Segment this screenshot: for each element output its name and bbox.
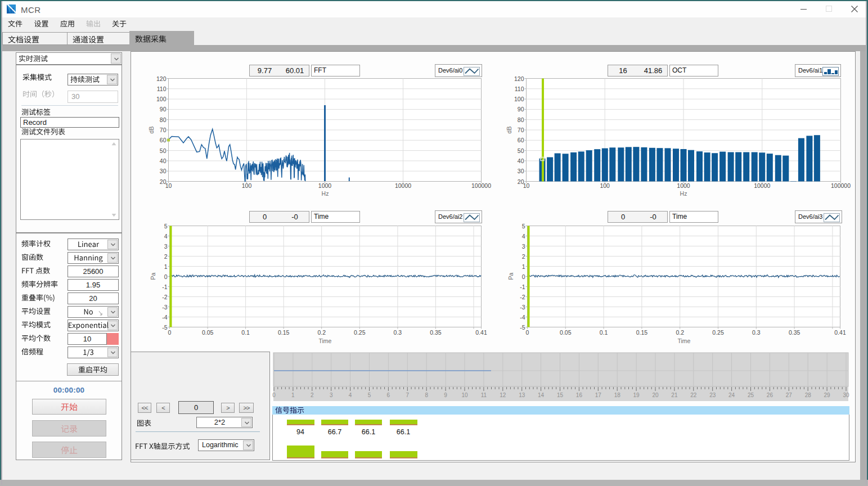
svg-text:10: 10 [523,182,530,189]
svg-text:15: 15 [557,392,564,398]
svg-text:1: 1 [291,392,295,398]
svg-text:-5: -5 [520,324,525,331]
svg-text:26: 26 [767,392,773,398]
svg-text:80: 80 [160,116,167,123]
svg-text:0.15: 0.15 [278,329,290,336]
svg-text:0.3: 0.3 [394,329,402,336]
svg-text:30: 30 [160,168,167,174]
svg-text:13: 13 [519,392,525,398]
svg-text:70: 70 [518,127,524,133]
svg-text:0.15: 0.15 [636,329,648,336]
svg-text:100000: 100000 [831,182,851,189]
svg-text:100000: 100000 [471,182,491,189]
svg-text:0.2: 0.2 [317,329,326,336]
svg-text:Pa: Pa [150,272,156,280]
svg-text:0: 0 [526,329,529,336]
svg-text:1000: 1000 [318,182,332,189]
svg-text:1: 1 [522,263,525,270]
svg-text:10000: 10000 [754,182,770,189]
svg-text:Time: Time [678,338,691,344]
svg-text:-1: -1 [162,284,167,290]
svg-text:0.1: 0.1 [600,329,608,336]
svg-text:25: 25 [748,392,754,398]
svg-text:50: 50 [160,147,167,154]
svg-text:1: 1 [164,263,168,270]
svg-text:0.41: 0.41 [834,329,846,336]
svg-text:6: 6 [387,392,390,398]
svg-text:27: 27 [786,392,793,398]
svg-text:0: 0 [272,392,276,398]
svg-text:100: 100 [514,96,524,102]
svg-text:17: 17 [595,392,602,398]
svg-text:0.35: 0.35 [430,329,442,336]
svg-text:0.1: 0.1 [241,329,250,336]
svg-text:0.05: 0.05 [560,329,572,336]
svg-text:12: 12 [500,392,506,398]
svg-text:30: 30 [518,168,524,174]
svg-text:Hz: Hz [680,190,687,197]
svg-text:-4: -4 [162,314,167,321]
svg-text:0: 0 [164,273,168,280]
svg-text:90: 90 [518,106,524,112]
svg-text:29: 29 [824,392,831,398]
svg-text:23: 23 [709,392,716,398]
svg-text:3: 3 [522,243,525,250]
svg-text:-4: -4 [520,314,525,321]
svg-text:100: 100 [156,96,167,102]
svg-text:3: 3 [164,243,168,250]
svg-text:-3: -3 [162,304,167,310]
svg-text:-3: -3 [520,304,525,310]
svg-text:70: 70 [160,127,167,133]
svg-text:0.25: 0.25 [712,329,724,336]
svg-text:14: 14 [538,392,545,398]
svg-text:80: 80 [518,116,524,123]
svg-text:dB: dB [148,127,155,134]
svg-text:40: 40 [160,158,167,164]
svg-text:10: 10 [165,182,172,189]
svg-text:-2: -2 [520,294,525,300]
svg-text:9: 9 [444,392,447,398]
svg-text:2: 2 [311,392,314,398]
svg-text:2: 2 [522,253,525,260]
svg-text:8: 8 [425,392,428,398]
svg-text:60: 60 [160,137,167,143]
svg-text:20: 20 [652,392,659,398]
svg-text:50: 50 [518,147,524,154]
svg-text:110: 110 [157,86,167,92]
svg-text:0.3: 0.3 [752,329,761,336]
svg-text:60: 60 [518,137,524,143]
svg-text:120: 120 [156,75,167,82]
svg-text:100: 100 [242,182,252,189]
svg-text:10000: 10000 [395,182,411,189]
svg-text:28: 28 [805,392,812,398]
svg-text:22: 22 [690,392,697,398]
svg-text:4: 4 [349,392,352,398]
svg-text:4: 4 [164,233,168,240]
svg-text:11: 11 [481,392,487,398]
svg-text:0: 0 [522,273,525,280]
svg-text:21: 21 [671,392,678,398]
svg-text:2: 2 [164,253,168,260]
svg-text:0.2: 0.2 [676,329,684,336]
svg-text:120: 120 [514,75,524,82]
svg-text:Time: Time [319,338,332,344]
svg-text:90: 90 [160,106,167,112]
svg-text:0.41: 0.41 [475,329,487,336]
svg-text:-1: -1 [520,284,525,290]
svg-text:7: 7 [406,392,410,398]
svg-text:110: 110 [515,86,524,92]
svg-text:16: 16 [576,392,583,398]
svg-text:30: 30 [843,392,849,398]
svg-text:0.05: 0.05 [202,329,214,336]
svg-text:1000: 1000 [677,182,690,189]
svg-text:10: 10 [461,392,468,398]
svg-text:4: 4 [522,233,525,240]
svg-text:dB: dB [506,127,512,134]
svg-text:Pa: Pa [507,272,514,280]
svg-text:Hz: Hz [322,190,329,197]
svg-text:-5: -5 [162,324,167,331]
svg-text:100: 100 [600,182,610,189]
svg-text:18: 18 [614,392,621,398]
svg-text:5: 5 [522,223,525,230]
svg-text:24: 24 [728,392,735,398]
